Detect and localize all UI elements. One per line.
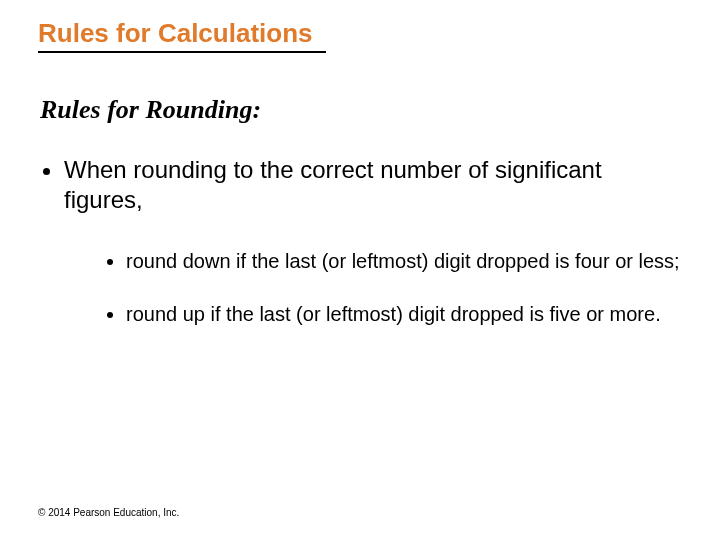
bullet-list: When rounding to the correct number of s…: [40, 155, 682, 327]
title-underline: [38, 51, 326, 53]
sub-bullet-2: round up if the last (or leftmost) digit…: [126, 302, 682, 327]
slide: Rules for Calculations Rules for Roundin…: [0, 0, 720, 540]
copyright-footer: © 2014 Pearson Education, Inc.: [38, 507, 179, 518]
slide-subtitle: Rules for Rounding:: [40, 95, 682, 125]
bullet-main-text: When rounding to the correct number of s…: [64, 156, 602, 213]
sub-bullet-1: round down if the last (or leftmost) dig…: [126, 249, 682, 274]
slide-title: Rules for Calculations: [38, 18, 682, 49]
bullet-main: When rounding to the correct number of s…: [64, 155, 682, 327]
sub-bullet-list: round down if the last (or leftmost) dig…: [106, 249, 682, 327]
